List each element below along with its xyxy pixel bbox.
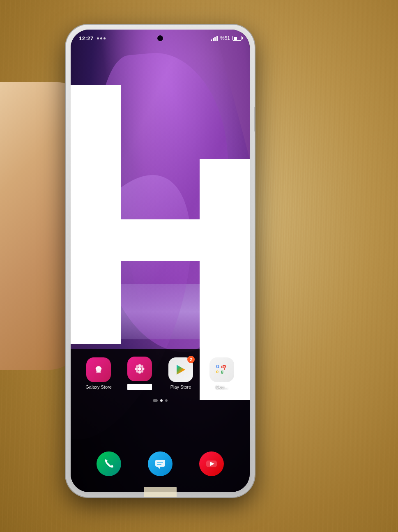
status-right: %51 xyxy=(211,35,242,41)
galaxy-store-label: Galaxy Store xyxy=(85,385,112,389)
phone-screen: 12:27 %51 xyxy=(71,30,250,492)
svg-text:o: o xyxy=(216,369,219,374)
page-dot-2 xyxy=(160,399,163,402)
flower-svg xyxy=(133,362,146,375)
svg-point-6 xyxy=(142,368,145,371)
volume-down-button xyxy=(66,111,66,140)
svg-point-2 xyxy=(138,367,141,371)
google-label: Goo... xyxy=(216,385,228,389)
svg-point-8 xyxy=(141,365,143,368)
play-store-label: Play Store xyxy=(170,385,191,389)
status-notification-icons xyxy=(97,37,106,39)
app-item-play-store[interactable]: 2 xyxy=(164,357,197,389)
bitmoji-label-redacted xyxy=(127,384,152,390)
phone-svg xyxy=(103,458,115,470)
volume-up-button xyxy=(66,86,66,103)
battery-fill xyxy=(234,37,237,40)
screen-protector-tape xyxy=(144,487,177,497)
svg-point-0 xyxy=(96,366,101,372)
signal-bar-4 xyxy=(216,36,218,41)
front-camera xyxy=(157,35,163,41)
svg-point-3 xyxy=(138,364,141,367)
phone-app-icon[interactable] xyxy=(97,451,121,476)
app-item-google[interactable]: G o o g 9 Goo... xyxy=(205,357,238,389)
messages-svg xyxy=(154,458,166,470)
messages-app-icon[interactable] xyxy=(148,451,173,476)
settings-icon xyxy=(97,37,99,39)
redacted-center xyxy=(115,219,205,261)
svg-point-10 xyxy=(141,370,143,373)
status-left: 12:27 xyxy=(79,35,106,41)
phone-body: 12:27 %51 xyxy=(66,25,255,497)
play-store-svg xyxy=(175,364,187,376)
redacted-left xyxy=(71,85,121,344)
notification-dot xyxy=(104,37,106,39)
app-item-galaxy-store[interactable]: Galaxy Store xyxy=(82,357,115,389)
galaxy-store-svg xyxy=(92,363,105,376)
play-store-badge: 2 xyxy=(187,356,195,363)
svg-point-9 xyxy=(136,370,138,373)
signal-bar-3 xyxy=(214,37,216,41)
battery-icon xyxy=(232,36,242,41)
app-row: Galaxy Store xyxy=(71,357,250,390)
status-time: 12:27 xyxy=(79,35,94,41)
app-item-bitmoji[interactable] xyxy=(123,357,156,390)
battery-percent: %51 xyxy=(220,35,230,41)
svg-text:g: g xyxy=(221,369,223,374)
galaxy-store-icon[interactable] xyxy=(86,357,111,382)
bitmoji-icon[interactable] xyxy=(127,357,152,381)
google-icon[interactable]: G o o g 9 xyxy=(209,357,234,382)
play-store-icon[interactable]: 2 xyxy=(168,357,193,382)
svg-rect-1 xyxy=(96,371,101,373)
page-dot-3 xyxy=(165,399,168,402)
svg-marker-11 xyxy=(177,365,185,375)
page-indicator xyxy=(153,399,168,402)
bottom-dock xyxy=(71,451,250,476)
scene: 12:27 %51 xyxy=(0,0,398,532)
svg-point-5 xyxy=(135,368,138,371)
svg-marker-20 xyxy=(157,467,160,469)
signal-bar-2 xyxy=(213,38,214,41)
svg-rect-19 xyxy=(155,460,165,467)
bixby-button xyxy=(66,148,66,177)
signal-bar-1 xyxy=(211,39,212,41)
svg-text:G: G xyxy=(216,364,219,369)
google-svg: G o o g 9 xyxy=(215,363,228,376)
youtube-svg xyxy=(205,458,218,470)
svg-point-7 xyxy=(136,365,138,368)
youtube-app-icon[interactable] xyxy=(199,451,224,476)
signal-icon xyxy=(211,35,218,41)
svg-point-4 xyxy=(138,371,141,374)
shield-icon xyxy=(100,37,102,39)
page-dot-1 xyxy=(153,399,158,402)
power-button xyxy=(254,107,255,131)
